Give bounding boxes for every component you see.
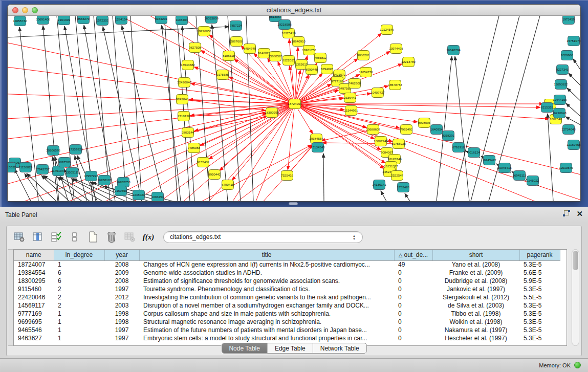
cell-out_de[interactable]: 0 [394,277,432,285]
network-window[interactable]: citations_edges.txt 18724007192260589827… [7,4,581,202]
table-row[interactable]: 1938455462009Genome-wide association stu… [14,269,560,277]
graph-node[interactable]: 8950442 [208,170,221,180]
network-canvas[interactable]: 1872400719226058982750816543382224200469… [8,16,581,201]
graph-node[interactable]: 19218586 [277,20,292,30]
graph-node[interactable]: 9827508 [189,43,202,53]
graph-node[interactable]: 2522547 [391,171,404,181]
tab-node-table[interactable]: Node Table [222,343,267,353]
cell-short[interactable]: Franke et al. (2009) [432,269,519,277]
column-header-out_de[interactable]: △out_de... [394,250,432,260]
table-row[interactable]: 977716911998Corpus callosum shape and si… [14,310,560,318]
cell-title[interactable]: Embryonic stem cells: a model to study s… [139,334,394,342]
table-row[interactable]: 946362711997Embryonic stem cells: a mode… [14,334,560,342]
cell-pagerank[interactable]: 5.3E-5 [519,334,560,342]
cell-year[interactable]: 2008 [104,277,139,285]
graph-node[interactable]: 12124549 [380,25,394,35]
graph-node[interactable]: 2867608 [230,37,243,47]
graph-node[interactable]: 8998095 [418,118,431,128]
graph-node[interactable]: 7955812 [314,53,327,63]
graph-node[interactable]: 15134545 [311,143,325,152]
graph-node[interactable]: 8215353 [541,103,554,113]
graph-node[interactable]: 12093832 [554,80,568,90]
graph-node[interactable]: 8186328 [223,51,235,61]
cell-in_degree[interactable]: 1 [54,334,104,342]
cell-name[interactable]: 22420046 [14,293,54,301]
graph-node[interactable]: 7485083 [188,143,201,153]
table-row[interactable]: 911546021997Tourette syndrome. Phenomeno… [14,285,560,293]
graph-node[interactable]: 3915532 [8,163,16,172]
graph-node[interactable]: 11054770 [359,68,373,77]
cell-name[interactable]: 9115460 [14,285,54,293]
graph-node[interactable]: 11451944 [51,166,66,176]
table-row[interactable]: 2242004622012Investigating the contribut… [14,293,560,301]
cell-short[interactable]: Wolkin et al. (1998) [432,318,519,326]
cell-year[interactable]: 2003 [104,301,139,310]
cell-pagerank[interactable]: 5.3E-5 [519,285,560,293]
graph-node[interactable]: 9329966 [561,51,574,60]
cell-title[interactable]: Estimation of the future numbers of pati… [139,326,394,334]
graph-node[interactable]: 1733426 [397,183,410,192]
graph-node[interactable]: 9245022 [527,176,539,186]
cell-year[interactable]: 1997 [104,326,139,334]
cell-in_degree[interactable]: 1 [54,318,104,326]
table-row[interactable]: 1830029562008Estimation of significance … [14,277,560,285]
cell-short[interactable]: Dudbridge et al. (2008) [432,277,519,285]
cell-out_de[interactable]: 0 [394,269,432,277]
graph-node[interactable]: 7857224 [230,21,243,31]
cell-in_degree[interactable]: 1 [54,260,104,269]
citation-network-graph[interactable]: 1872400719226058982750816543382224200469… [8,16,581,201]
cell-in_degree[interactable]: 1 [54,310,104,318]
graph-node[interactable]: 16543382 [181,60,195,70]
cell-in_degree[interactable]: 2 [54,301,104,310]
graph-node[interactable]: 9227343 [556,65,569,75]
cell-out_de[interactable]: 49 [394,260,432,269]
graph-node[interactable]: 9245021 [133,190,145,200]
graph-node[interactable]: 22420046 [177,78,191,87]
graph-node[interactable]: 1284154 [115,16,128,25]
graph-node[interactable]: 2164409 [58,16,71,25]
graph-node[interactable]: 18578753 [388,80,402,90]
cell-year[interactable]: 2012 [104,293,139,301]
graph-node[interactable]: 7525416 [281,171,294,181]
graph-node[interactable]: 16782753 [116,178,130,187]
cell-title[interactable]: Genome-wide association studies in ADHD. [139,269,394,277]
graph-node[interactable]: 19384554 [309,134,323,144]
cell-title[interactable]: Estimation of significance thresholds fo… [139,277,394,285]
graph-node[interactable]: 2160659 [115,186,127,196]
cell-name[interactable]: 19384554 [14,269,54,277]
cell-year[interactable]: 1998 [104,318,139,326]
graph-node[interactable]: 15688520 [268,52,282,61]
graph-node[interactable]: 6790418 [222,180,234,190]
cell-year[interactable]: 1997 [104,285,139,293]
cell-short[interactable]: Nakamura et al. (1997) [432,326,519,334]
cell-pagerank[interactable]: 5.3E-5 [519,326,560,334]
graph-node[interactable]: 9016124 [468,148,481,158]
graph-node[interactable]: 11544991 [344,106,358,116]
float-window-icon[interactable] [563,210,570,217]
graph-node[interactable]: 9097588 [58,158,71,167]
network-window-titlebar[interactable]: citations_edges.txt [8,5,580,16]
table-settings-icon[interactable] [12,230,27,244]
graph-node[interactable]: 12213789 [401,57,416,67]
graph-node[interactable]: 7965492 [400,125,413,135]
cell-year[interactable]: 1998 [104,310,139,318]
cell-year[interactable]: 1997 [104,334,139,342]
column-icon[interactable] [30,230,46,244]
graph-node[interactable]: 14055732 [13,16,27,26]
cell-title[interactable]: Corpus callosum shape and size in male p… [139,310,394,318]
graph-node[interactable]: 1973459 [562,16,575,25]
graph-node[interactable]: 16958107 [97,176,112,185]
column-header-title[interactable]: title [139,250,394,260]
graph-node[interactable]: 11156829 [19,163,33,172]
graph-node[interactable]: 18300295 [265,108,279,118]
cell-short[interactable]: de Silva et al. (2003) [432,301,519,310]
select-rows-icon[interactable] [49,230,64,244]
graph-node[interactable]: 1135404 [176,16,188,25]
tab-network-table[interactable]: Network Table [313,343,366,353]
function-icon[interactable]: f(x) [141,230,156,244]
table-row[interactable]: 969969511998Structural magnetic resonanc… [14,318,560,326]
panel-resize-handle[interactable] [289,202,298,205]
cell-out_de[interactable]: 0 [394,285,432,293]
graph-node[interactable]: 12734043 [561,125,576,135]
cell-pagerank[interactable]: 5.9E-5 [519,277,560,285]
